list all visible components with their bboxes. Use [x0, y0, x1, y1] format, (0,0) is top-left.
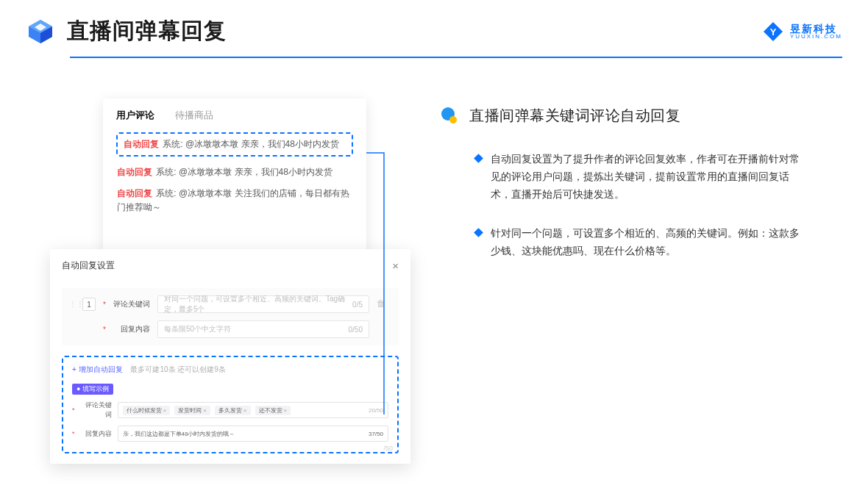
comment-text: 系统: @冰墩墩本墩 亲亲，我们48小时内发货 [156, 167, 332, 177]
example-content-label: 回复内容 [81, 429, 112, 439]
required-star: * [72, 430, 75, 437]
bullet-item: 自动回复设置为了提升作者的评论回复效率，作者可在开播前针对常见的评论用户问题，提… [441, 151, 805, 203]
highlight-comment-text: 系统: @冰墩墩本墩 亲亲，我们48小时内发货 [163, 139, 339, 149]
ghost-counter: /50 [383, 445, 393, 452]
example-content-input[interactable]: 亲，我们这边都是下单48小时内发货的哦～ 37/50 [118, 426, 388, 442]
svg-text:Y: Y [770, 26, 777, 37]
comments-card: 用户评论 待播商品 自动回复 系统: @冰墩墩本墩 亲亲，我们48小时内发货 自… [103, 98, 366, 259]
auto-reply-settings-card: 自动回复设置 × ⋮⋮ 1 * 评论关键词 对同一个问题，可设置多个相近、高频的… [50, 249, 410, 464]
bullet-text: 自动回复设置为了提升作者的评论回复效率，作者可在开播前针对常见的评论用户问题，提… [491, 151, 805, 203]
content-counter: 0/50 [349, 326, 363, 334]
diamond-icon [474, 229, 483, 238]
brand-name-cn: 昱新科技 [790, 24, 842, 34]
form-block: ⋮⋮ 1 * 评论关键词 对同一个问题，可设置多个相近、高频的关键词。Tag确定… [62, 288, 399, 345]
keyword-counter: 0/5 [352, 301, 363, 309]
add-hint: 最多可建10条 还可以创建9条 [130, 365, 225, 373]
example-content-counter: 37/50 [369, 431, 383, 437]
section-title: 直播间弹幕关键词评论自动回复 [469, 106, 680, 126]
tag-item[interactable]: 发货时间× [174, 406, 210, 415]
delete-icon[interactable]: 🗑 [377, 295, 388, 338]
tag-remove-icon[interactable]: × [163, 407, 167, 414]
tab-pending-goods[interactable]: 待播商品 [175, 109, 213, 122]
example-highlight: + 增加自动回复 最多可建10条 还可以创建9条 ● 填写示例 * 评论关键词 … [62, 356, 399, 453]
keyword-placeholder: 对同一个问题，可设置多个相近、高频的关键词。Tag确定，最多5个 [164, 294, 352, 315]
example-keyword-tags[interactable]: 什么时候发货× 发货时间× 多久发货× 还不发货× 20/50 [118, 402, 388, 418]
brand-name-en: YUUXIN.COM [790, 34, 842, 40]
tab-user-comments[interactable]: 用户评论 [116, 109, 154, 122]
keyword-label: 评论关键词 [113, 299, 150, 309]
settings-title: 自动回复设置 [62, 259, 115, 272]
brand-logo-icon: Y [762, 21, 784, 43]
section-bullet-icon [441, 107, 459, 125]
auto-reply-badge: 自动回复 [124, 139, 159, 149]
keyword-input[interactable]: 对同一个问题，可设置多个相近、高频的关键词。Tag确定，最多5个 0/5 [157, 295, 369, 313]
tag-remove-icon[interactable]: × [284, 407, 288, 414]
rule-number: 1 [82, 298, 96, 311]
add-auto-reply-link[interactable]: + 增加自动回复 [72, 365, 123, 373]
bullet-item: 针对同一个问题，可设置多个相近的、高频的关键词。例如：这款多少钱、这块能优惠吗、… [441, 225, 805, 260]
drag-handle-icon[interactable]: ⋮⋮ [69, 295, 75, 338]
required-star: * [72, 406, 75, 414]
content-label: 回复内容 [113, 324, 150, 334]
example-badge: ● 填写示例 [72, 384, 113, 395]
tag-item[interactable]: 还不发货× [255, 406, 291, 415]
auto-reply-badge: 自动回复 [117, 167, 152, 177]
page-title: 直播间弹幕回复 [67, 16, 227, 46]
diamond-icon [474, 154, 483, 163]
tag-remove-icon[interactable]: × [203, 407, 207, 414]
tag-remove-icon[interactable]: × [243, 407, 247, 414]
bullet-text: 针对同一个问题，可设置多个相近的、高频的关键词。例如：这款多少钱、这块能优惠吗、… [491, 225, 805, 260]
header-divider [70, 57, 842, 58]
required-star: * [103, 326, 106, 334]
example-tag-counter: 20/50 [369, 407, 383, 414]
cube-icon [26, 17, 55, 46]
content-input[interactable]: 每条限50个中文字符 0/50 [157, 320, 369, 338]
close-icon[interactable]: × [392, 259, 399, 272]
example-keyword-label: 评论关键词 [81, 401, 112, 420]
tag-item[interactable]: 多久发货× [215, 406, 251, 415]
auto-reply-badge: 自动回复 [117, 188, 152, 198]
example-content-text: 亲，我们这边都是下单48小时内发货的哦～ [123, 430, 235, 438]
content-placeholder: 每条限50个中文字符 [164, 324, 231, 334]
brand-logo: Y 昱新科技 YUUXIN.COM [762, 21, 842, 43]
comment-row: 自动回复 系统: @冰墩墩本墩 亲亲，我们48小时内发货 [116, 165, 353, 179]
comment-row: 自动回复 系统: @冰墩墩本墩 关注我们的店铺，每日都有热门推荐呦～ [116, 187, 353, 215]
tag-item[interactable]: 什么时候发货× [123, 406, 171, 415]
highlighted-auto-reply: 自动回复 系统: @冰墩墩本墩 亲亲，我们48小时内发货 [116, 132, 353, 157]
comments-tabs: 用户评论 待播商品 [116, 109, 353, 122]
required-star: * [103, 301, 106, 309]
